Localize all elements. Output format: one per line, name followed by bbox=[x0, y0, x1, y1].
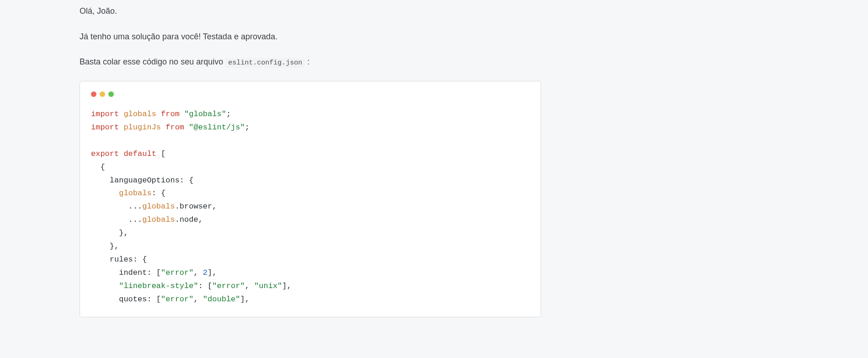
prop-globals: globals bbox=[119, 189, 151, 198]
string-error: "error" bbox=[212, 282, 245, 290]
identifier-globals: globals bbox=[142, 202, 175, 211]
identifier-pluginjs: pluginJs bbox=[123, 123, 161, 132]
punct: ], bbox=[240, 295, 249, 304]
prop-node: .node, bbox=[175, 215, 203, 224]
punct: : { bbox=[180, 176, 194, 185]
number-two: 2 bbox=[203, 268, 208, 277]
indent bbox=[91, 189, 119, 198]
punct-lbrace: { bbox=[91, 163, 105, 171]
keyword-import: import bbox=[91, 123, 119, 132]
spread-prefix: ... bbox=[91, 215, 142, 224]
greeting-line: Olá, João. bbox=[80, 5, 541, 18]
keyword-from: from bbox=[165, 123, 184, 132]
punct: ], bbox=[208, 268, 217, 277]
prop-quotes: quotes bbox=[91, 295, 147, 304]
keyword-default: default bbox=[123, 150, 156, 158]
inline-code-filename: eslint.config.json bbox=[225, 58, 305, 68]
prop-languageoptions: languageOptions bbox=[91, 176, 180, 185]
punct: : [ bbox=[147, 295, 161, 304]
punct-close: }, bbox=[91, 229, 128, 237]
punct-close: }, bbox=[91, 242, 119, 251]
maximize-icon bbox=[108, 91, 114, 97]
string-double: "double" bbox=[203, 295, 240, 304]
string-unix: "unix" bbox=[254, 282, 282, 290]
keyword-from: from bbox=[161, 110, 180, 118]
punct: : [ bbox=[147, 268, 161, 277]
string-error: "error" bbox=[161, 268, 193, 277]
close-icon bbox=[91, 91, 96, 97]
indent bbox=[91, 282, 119, 290]
instruction-prefix: Basta colar esse código no seu arquivo bbox=[80, 57, 225, 66]
code-content[interactable]: import globals from "globals"; import pl… bbox=[91, 108, 530, 306]
punct: , bbox=[193, 268, 202, 277]
instruction-suffix: : bbox=[305, 57, 309, 66]
string-eslintjs: "@eslint/js" bbox=[189, 123, 245, 132]
code-block: import globals from "globals"; import pl… bbox=[80, 81, 541, 317]
keyword-import: import bbox=[91, 110, 119, 118]
punct: : { bbox=[152, 189, 166, 198]
answer-text: Olá, João. Já tenho uma solução para voc… bbox=[80, 5, 541, 69]
punct: : { bbox=[133, 255, 147, 264]
minimize-icon bbox=[100, 91, 105, 97]
keyword-export: export bbox=[91, 150, 119, 158]
intro-line: Já tenho uma solução para você! Testada … bbox=[80, 30, 541, 44]
punct: , bbox=[193, 295, 202, 304]
prop-indent: indent bbox=[91, 268, 147, 277]
answer-content: Olá, João. Já tenho uma solução para voc… bbox=[80, 5, 541, 317]
string-error: "error" bbox=[161, 295, 193, 304]
punct: ], bbox=[282, 282, 291, 290]
punct-semi: ; bbox=[245, 123, 250, 132]
punct: , bbox=[245, 282, 254, 290]
punct-semi: ; bbox=[226, 110, 231, 118]
punct-lbracket: [ bbox=[156, 150, 165, 158]
identifier-globals: globals bbox=[142, 215, 175, 224]
punct: : [ bbox=[198, 282, 213, 290]
prop-rules: rules bbox=[91, 255, 133, 264]
spread-prefix: ... bbox=[91, 202, 142, 211]
string-globals: "globals" bbox=[184, 110, 226, 118]
instruction-line: Basta colar esse código no seu arquivo e… bbox=[80, 55, 541, 69]
string-linebreak-style: "linebreak-style" bbox=[119, 282, 198, 290]
identifier-globals: globals bbox=[123, 110, 156, 118]
mac-window-dots bbox=[91, 91, 530, 97]
prop-browser: .browser, bbox=[175, 202, 217, 211]
